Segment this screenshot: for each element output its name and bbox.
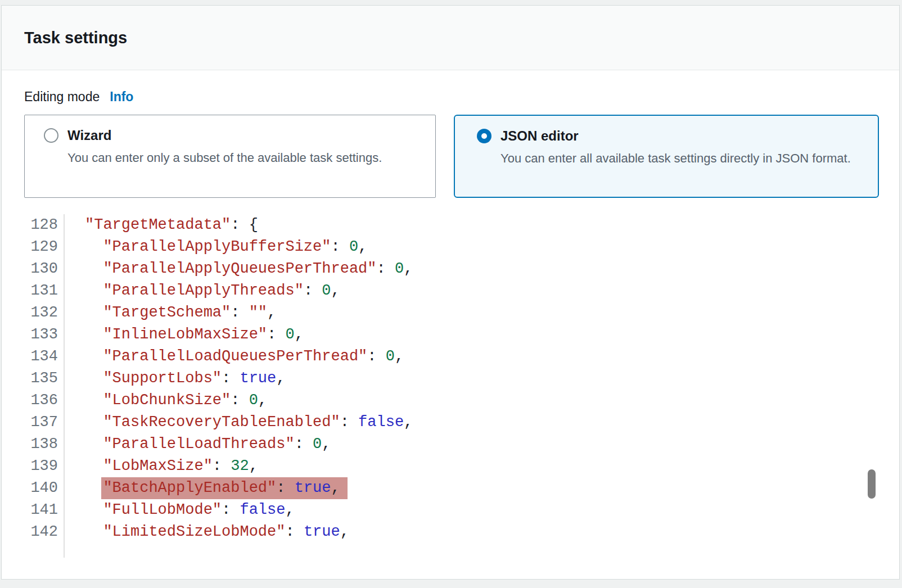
code-line[interactable]: 141 "FullLobMode": false, [24,499,899,521]
code-lines: 128"TargetMetadata": {129 "ParallelApply… [24,214,899,543]
line-number: 142 [24,521,65,543]
code-line[interactable]: 137 "TaskRecoveryTableEnabled": false, [24,411,899,433]
line-number: 129 [24,236,65,258]
json-editor-option-label: JSON editor [500,128,579,144]
code-line[interactable]: 132 "TargetSchema": "", [24,302,899,324]
code-line[interactable]: 140 "BatchApplyEnabled": true, [24,477,899,499]
code-line[interactable]: 138 "ParallelLoadThreads": 0, [24,433,899,455]
task-settings-panel: Task settings Editing mode Info Wizard Y… [1,5,900,580]
scrollbar-thumb[interactable] [868,469,876,499]
line-number: 133 [24,324,65,346]
gutter-filler [24,543,899,558]
wizard-option-card[interactable]: Wizard You can enter only a subset of th… [24,115,436,198]
json-editor-option-description: You can enter all available task setting… [500,149,867,168]
line-number: 138 [24,433,65,455]
code-line[interactable]: 142 "LimitedSizeLobMode": true, [24,521,899,543]
code-line[interactable]: 129 "ParallelApplyBufferSize": 0, [24,236,899,258]
line-number: 131 [24,280,65,302]
code-line[interactable]: 133 "InlineLobMaxSize": 0, [24,324,899,346]
panel-body: Editing mode Info Wizard You can enter o… [2,70,899,558]
wizard-radio-icon[interactable] [44,128,58,143]
editing-mode-label: Editing mode [24,89,100,105]
line-number: 139 [24,455,65,477]
panel-header: Task settings [2,6,899,70]
line-number: 140 [24,477,65,499]
json-code-editor[interactable]: 128"TargetMetadata": {129 "ParallelApply… [24,214,899,558]
json-editor-radio-row: JSON editor [477,128,867,144]
code-line[interactable]: 134 "ParallelLoadQueuesPerThread": 0, [24,346,899,368]
code-line[interactable]: 131 "ParallelApplyThreads": 0, [24,280,899,302]
line-number: 134 [24,346,65,368]
code-line[interactable]: 135 "SupportLobs": true, [24,368,899,390]
line-number: 132 [24,302,65,324]
line-number: 130 [24,258,65,280]
json-editor-option-card[interactable]: JSON editor You can enter all available … [454,115,879,198]
wizard-option-description: You can enter only a subset of the avail… [67,148,424,167]
json-editor-radio-icon[interactable] [477,129,491,143]
wizard-option-label: Wizard [67,128,111,143]
page-title: Task settings [24,29,127,47]
code-line[interactable]: 128"TargetMetadata": { [24,214,899,236]
code-line[interactable]: 136 "LobChunkSize": 0, [24,390,899,411]
editing-mode-row: Editing mode Info [24,89,899,105]
info-link[interactable]: Info [110,89,133,105]
line-number: 135 [24,368,65,390]
editing-mode-options: Wizard You can enter only a subset of th… [24,115,899,198]
highlighted-code: "BatchApplyEnabled": true, [101,477,347,499]
line-number: 128 [24,214,65,236]
line-number: 136 [24,390,65,411]
line-number: 137 [24,411,65,433]
code-line[interactable]: 139 "LobMaxSize": 32, [24,455,899,477]
wizard-radio-row: Wizard [44,128,424,143]
line-number: 141 [24,499,65,521]
code-line[interactable]: 130 "ParallelApplyQueuesPerThread": 0, [24,258,899,280]
